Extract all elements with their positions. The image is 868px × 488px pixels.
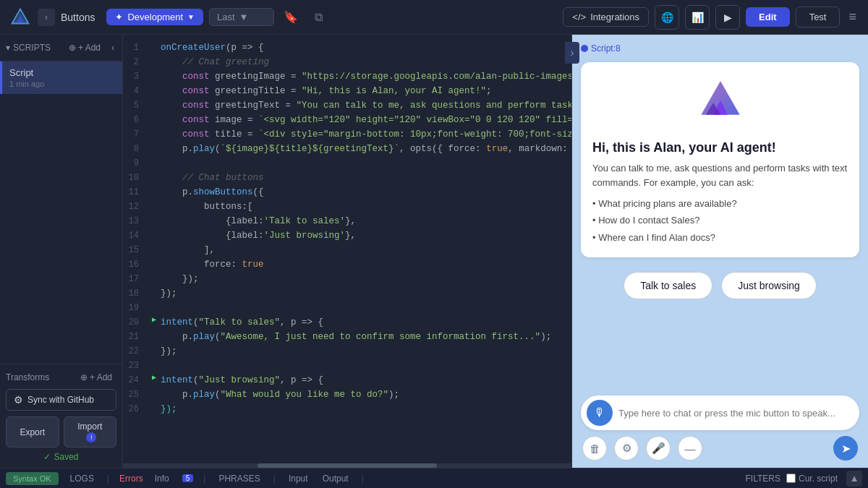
output-tab[interactable]: Output — [320, 472, 352, 485]
sidebar-middle — [0, 94, 122, 364]
code-line: 19 — [123, 301, 571, 315]
microphone-button[interactable]: 🎙 — [587, 400, 613, 426]
code-line: 10 // Chat buttons — [123, 171, 571, 185]
dropdown-icon: ▾ — [6, 43, 10, 53]
send-button[interactable]: ➤ — [833, 436, 858, 461]
play-button[interactable]: ▶ — [715, 5, 740, 30]
code-line: 15 ], — [123, 243, 571, 257]
header-right-actions: </> Integrations 🌐 📊 ▶ Edit Test ≡ — [563, 5, 859, 30]
code-line: 25 p.play("What would you like me to do?… — [123, 388, 571, 402]
code-line: 16 force: true — [123, 257, 571, 272]
main-area: ▾ Scripts ⊕ + Add ‹ Script 1 min ago Tra… — [0, 35, 868, 468]
chat-bottom-toolbar: 🗑 ⚙ 🎤 — ➤ — [572, 436, 868, 468]
logs-tab[interactable]: LOGS — [67, 472, 97, 485]
syntax-status: Syntax OK — [6, 472, 59, 485]
back-button[interactable]: ‹ — [38, 9, 55, 26]
microphone-icon: 🎙 — [594, 406, 605, 419]
info-tab[interactable]: Info — [152, 472, 172, 485]
filter-section: FILTERS Cur. script — [743, 472, 838, 485]
chat-source-label[interactable]: Script:8 — [581, 43, 859, 53]
env-icon: ✦ — [115, 12, 123, 22]
script-name: Script — [9, 67, 115, 78]
test-button[interactable]: Test — [796, 7, 841, 27]
last-arrow-icon: ▼ — [239, 12, 249, 22]
code-line: 13 {label:'Talk to sales'}, — [123, 214, 571, 228]
chat-input-area: 🎙 — [581, 395, 859, 430]
check-icon: ✓ — [43, 452, 51, 462]
bookmark-button[interactable]: 🔖 — [280, 7, 302, 28]
greeting-title: Hi, this is Alan, your AI agent! — [592, 140, 848, 155]
sidebar-bottom: Transforms ⊕ + Add ⚙ Sync with GitHub Ex… — [0, 364, 122, 468]
code-line: 12 buttons:[ — [123, 200, 571, 214]
code-line: 21 p.play("Awesome, I just need to confi… — [123, 330, 571, 344]
add-transform-button[interactable]: ⊕ + Add — [76, 370, 116, 385]
collapse-bottom-button[interactable]: ▲ — [846, 471, 862, 487]
code-line: 14 {label:'Just browsing'}, — [123, 228, 571, 243]
code-line: 3 const greetingImage = "https://storage… — [123, 69, 571, 84]
phrases-tab[interactable]: PHRASES — [216, 472, 263, 485]
sidebar-header: ▾ Scripts ⊕ + Add ‹ — [0, 35, 122, 61]
collapse-sidebar-button[interactable]: ‹ — [109, 40, 116, 55]
import-badge: ! — [86, 432, 96, 442]
last-selector[interactable]: Last ▼ — [209, 8, 274, 26]
code-content[interactable]: 1 onCreateUser(p => { 2 // Chat greeting… — [123, 35, 571, 463]
expand-icon: › — [570, 46, 574, 59]
filters-label: FILTERS — [743, 472, 783, 485]
chat-action-buttons: Talk to sales Just browsing — [581, 272, 859, 299]
env-label: Development — [127, 12, 183, 22]
settings-button[interactable]: ⚙ — [614, 436, 639, 461]
globe-button[interactable]: 🌐 — [655, 5, 679, 30]
code-line: 6 const image = `<svg width="120" height… — [123, 113, 571, 127]
analytics-button[interactable]: 📊 — [685, 5, 710, 30]
menu-button[interactable]: ≡ — [846, 7, 859, 27]
page-title: Buttons — [61, 12, 95, 23]
dash-button[interactable]: — — [678, 436, 702, 461]
greeting-text: You can talk to me, ask questions and pe… — [592, 161, 848, 189]
add-script-button[interactable]: ⊕ + Add — [64, 40, 105, 55]
chat-text-input[interactable] — [613, 405, 854, 421]
panel-toggle-button[interactable]: › — [565, 42, 579, 64]
alan-logo — [592, 74, 848, 132]
transforms-label: Transforms — [6, 372, 49, 382]
code-line: 11 p.showButtons({ — [123, 185, 571, 200]
input-tab[interactable]: Input — [286, 472, 311, 485]
code-editor[interactable]: 1 onCreateUser(p => { 2 // Chat greeting… — [123, 35, 571, 468]
import-button[interactable]: Import ! — [64, 416, 117, 448]
code-icon: </> — [572, 12, 586, 22]
last-label: Last — [217, 12, 235, 22]
environment-selector[interactable]: ✦ Development ▼ — [106, 9, 203, 25]
code-line: 22 }); — [123, 344, 571, 359]
edit-button[interactable]: Edit — [746, 7, 790, 27]
script-time: 1 min ago — [9, 80, 115, 88]
circle-icon — [581, 45, 588, 52]
export-import-row: Export Import ! — [6, 416, 116, 448]
just-browsing-button[interactable]: Just browsing — [721, 272, 817, 299]
copy-button[interactable]: ⧉ — [307, 7, 329, 28]
errors-tab[interactable]: Errors — [119, 474, 143, 484]
plus-icon2: ⊕ — [80, 372, 88, 382]
logo — [9, 6, 32, 29]
transforms-row: Transforms ⊕ + Add — [6, 370, 116, 385]
export-button[interactable]: Export — [6, 416, 59, 448]
mic-settings-button[interactable]: 🎤 — [646, 436, 671, 461]
integrations-button[interactable]: </> Integrations — [563, 7, 649, 27]
code-line: 2 // Chat greeting — [123, 55, 571, 69]
env-arrow-icon: ▼ — [187, 13, 195, 21]
chat-panel: › Script:8 — [571, 35, 868, 468]
sync-github-button[interactable]: ⚙ Sync with GitHub — [6, 389, 116, 411]
filters-checkbox[interactable] — [786, 474, 796, 483]
code-line: 7 const title = `<div style="margin-bott… — [123, 127, 571, 142]
greeting-list: What pricing plans are available? How do… — [592, 195, 848, 246]
github-icon: ⚙ — [14, 394, 23, 406]
script-item[interactable]: Script 1 min ago — [0, 61, 122, 94]
list-item: How do I contact Sales? — [592, 212, 848, 228]
saved-status: ✓ Saved — [6, 452, 116, 462]
chat-icon-group-left: 🗑 ⚙ 🎤 — — [582, 436, 702, 461]
talk-to-sales-button[interactable]: Talk to sales — [624, 272, 712, 299]
trash-button[interactable]: 🗑 — [582, 436, 607, 461]
chat-bubble: Hi, this is Alan, your AI agent! You can… — [581, 62, 859, 257]
chat-area: Script:8 — [572, 35, 868, 390]
list-item: What pricing plans are available? — [592, 195, 848, 212]
code-line: 24 ▶ intent("Just browsing", p => { — [123, 373, 571, 388]
top-header: ‹ Buttons ✦ Development ▼ Last ▼ 🔖 ⧉ </>… — [0, 0, 868, 35]
